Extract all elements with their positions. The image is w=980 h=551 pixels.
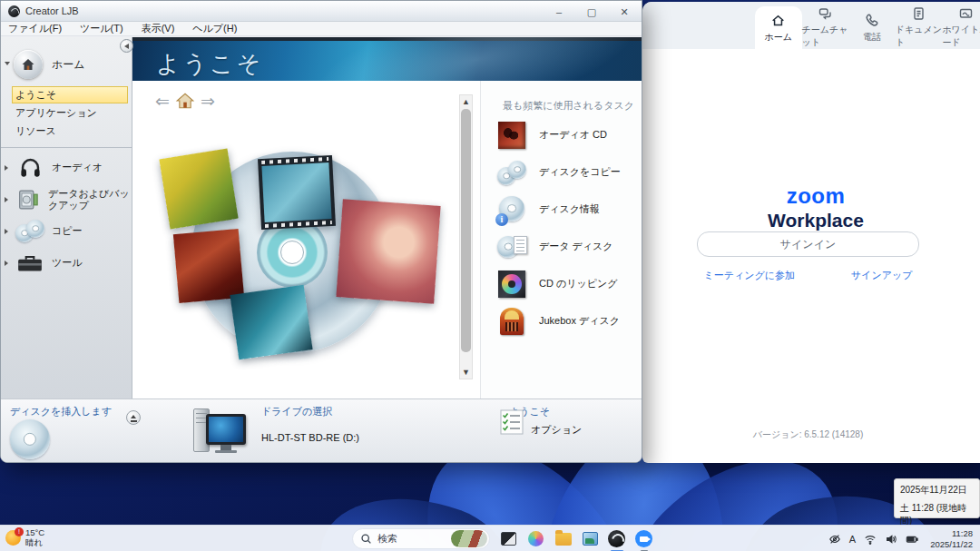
banner-title: ようこそ xyxy=(156,48,263,80)
window-title: Creator LJB xyxy=(25,5,79,16)
eject-button[interactable] xyxy=(126,410,141,425)
clock-tooltip: 2025年11月22日 土 11:28 (現地時間) xyxy=(894,478,980,518)
drive-name[interactable]: HL-DT-ST BD-RE (D:) xyxy=(261,432,359,443)
task-jukebox-disc[interactable]: Jukebox ディスク xyxy=(481,302,642,339)
task-audio-cd[interactable]: オーディオ CD xyxy=(481,116,642,153)
close-button[interactable]: ✕ xyxy=(616,5,632,19)
taskbar-clock[interactable]: 11:28 2025/11/22 xyxy=(926,526,976,551)
battery-icon[interactable] xyxy=(906,533,918,546)
search-placeholder: 検索 xyxy=(377,532,451,546)
toolbox-icon xyxy=(15,252,44,274)
audio-cd-icon xyxy=(497,121,526,150)
menu-view[interactable]: 表示(V) xyxy=(142,22,175,35)
taskbar-file-explorer[interactable] xyxy=(553,528,573,549)
file-explorer-icon xyxy=(555,533,572,546)
sun-icon: ! xyxy=(5,530,21,546)
sidebar-category-copy[interactable]: コピー xyxy=(1,215,132,247)
wifi-icon[interactable] xyxy=(864,533,877,546)
copilot-icon xyxy=(528,531,544,546)
menu-file[interactable]: ファイル(F) xyxy=(8,22,62,35)
phone-icon xyxy=(864,13,879,28)
search-highlight-thumbnail xyxy=(451,530,487,547)
task-cd-ripping[interactable]: CD のリッピング xyxy=(481,265,642,302)
taskbar-creator-app[interactable] xyxy=(606,528,627,549)
minimize-button[interactable]: ‒ xyxy=(551,5,567,19)
jukebox-icon xyxy=(497,307,526,336)
menu-tools[interactable]: ツール(T) xyxy=(80,22,123,35)
expander-icon xyxy=(5,62,10,68)
tab-label: 電話 xyxy=(863,31,881,44)
task-disc-info[interactable]: i ディスク情報 xyxy=(481,191,642,228)
photos-icon xyxy=(583,532,598,546)
tab-team-chat[interactable]: チームチャット xyxy=(802,6,849,49)
category-label: オーディオ xyxy=(52,162,103,172)
creator-title-bar: Creator LJB ‒ ▢ ✕ xyxy=(1,1,642,22)
task-data-disc[interactable]: データ ディスク xyxy=(481,228,642,265)
expander-icon xyxy=(5,197,8,202)
sidebar-home-row[interactable]: ホーム xyxy=(1,37,132,84)
tab-label: ドキュメント xyxy=(896,24,943,49)
tasks-header: 最も頻繁に使用されるタスク xyxy=(481,81,642,116)
copy-disc-icon xyxy=(497,158,526,187)
workplace-logo-text: Workplace xyxy=(642,210,980,231)
task-copy-disc[interactable]: ディスクをコピー xyxy=(481,153,642,191)
welcome-banner: ようこそ xyxy=(132,37,642,81)
options-label[interactable]: オプション xyxy=(531,423,582,437)
scrollbar-thumb[interactable] xyxy=(461,109,471,352)
zoom-icon xyxy=(635,530,652,547)
sidebar-category-audio[interactable]: オーディオ xyxy=(1,152,132,183)
back-arrow-icon[interactable]: ⇐ xyxy=(155,93,170,110)
eye-slash-icon[interactable] xyxy=(828,533,841,546)
zoom-links-row: ミーティングに参加 サインアップ xyxy=(642,269,974,282)
taskbar-photos[interactable] xyxy=(580,528,601,549)
photo-thumbnail xyxy=(336,199,440,303)
sign-up-link[interactable]: サインアップ xyxy=(851,269,913,282)
task-label: データ ディスク xyxy=(539,240,613,253)
creator-app-icon xyxy=(8,5,20,17)
taskbar-copilot[interactable] xyxy=(525,528,546,549)
photo-thumbnail xyxy=(230,285,312,360)
nav-home-icon[interactable] xyxy=(175,92,195,110)
blank-disc-icon xyxy=(10,419,50,459)
scroll-down-arrow[interactable]: ▼ xyxy=(460,366,472,379)
forward-arrow-icon[interactable]: ⇒ xyxy=(201,93,215,110)
task-label: ディスクをコピー xyxy=(539,165,621,179)
ime-mode-indicator[interactable]: A xyxy=(849,534,856,545)
zoom-logo-text: zoom xyxy=(642,183,980,209)
sidebar-item-applications[interactable]: アプリケーション xyxy=(12,104,128,122)
tab-documents[interactable]: ドキュメント xyxy=(896,6,943,49)
scroll-up-arrow[interactable]: ▲ xyxy=(460,95,472,108)
sign-in-button[interactable]: サインイン xyxy=(697,231,919,257)
cd-ripping-icon xyxy=(497,270,526,299)
creator-icon xyxy=(608,530,625,547)
tab-phone[interactable]: 電話 xyxy=(848,6,896,49)
zoom-workplace-logo: zoom Workplace xyxy=(642,183,980,231)
tab-whiteboard[interactable]: ホワイトボード xyxy=(942,6,980,49)
sidebar-collapse-toggle[interactable] xyxy=(120,39,133,53)
computer-drive-icon xyxy=(193,407,250,456)
sidebar-category-data-backup[interactable]: データおよびバックアップ xyxy=(1,183,132,215)
search-box[interactable]: 検索 xyxy=(352,528,490,549)
window-controls: ‒ ▢ ✕ xyxy=(551,1,632,22)
sidebar-category-tools[interactable]: ツール xyxy=(1,247,132,279)
taskbar-task-view[interactable] xyxy=(498,528,519,549)
sidebar-divider xyxy=(1,147,132,148)
sidebar-item-resources[interactable]: リソース xyxy=(12,123,128,140)
home-button[interactable] xyxy=(14,50,43,79)
join-meeting-link[interactable]: ミーティングに参加 xyxy=(703,269,795,282)
clock-date: 2025/11/22 xyxy=(930,539,973,549)
category-label: データおよびバックアップ xyxy=(48,188,132,210)
menu-help[interactable]: ヘルプ(H) xyxy=(192,22,237,35)
maximize-button[interactable]: ▢ xyxy=(583,5,600,19)
tab-home[interactable]: ホーム xyxy=(755,6,802,49)
sidebar-home-label: ホーム xyxy=(52,57,85,73)
drive-status-bar: ディスクを挿入します ドライブの選択 HL-DT-ST BD-RE (D:) よ… xyxy=(1,398,642,462)
volume-icon[interactable] xyxy=(885,533,897,546)
taskbar-zoom-app[interactable] xyxy=(633,528,654,549)
weather-widget[interactable]: ! 15°C 晴れ xyxy=(5,528,44,548)
sidebar-item-welcome[interactable]: ようこそ xyxy=(12,86,128,103)
vertical-scrollbar[interactable]: ▲ ▼ xyxy=(459,94,473,379)
task-label: オーディオ CD xyxy=(539,128,607,142)
frequent-tasks-panel: 最も頻繁に使用されるタスク オーディオ CD ディスクをコピー i ディスク情報 xyxy=(480,81,642,398)
expander-icon xyxy=(5,229,8,234)
